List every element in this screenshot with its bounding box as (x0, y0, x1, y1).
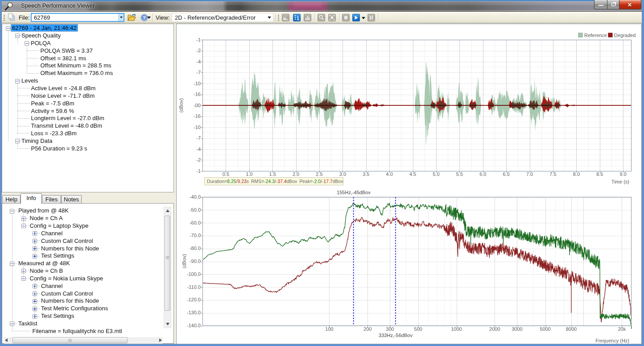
svg-text:500: 500 (414, 326, 422, 332)
svg-text:333Hz,-56dBov: 333Hz,-56dBov (379, 333, 413, 338)
svg-text:-100.0: -100.0 (187, 271, 201, 277)
svg-text:-40.0: -40.0 (190, 194, 201, 200)
svg-text:-80.0: -80.0 (190, 246, 201, 251)
svg-text:(dBov): (dBov) (182, 254, 187, 268)
svg-text:-50.0: -50.0 (190, 207, 201, 213)
svg-text:Frequency (Hz): Frequency (Hz) (595, 338, 629, 343)
svg-text:-90.0: -90.0 (190, 258, 201, 264)
svg-text:-70.0: -70.0 (190, 233, 201, 238)
svg-text:5000: 5000 (540, 326, 550, 332)
svg-text:-140.0: -140.0 (187, 323, 201, 328)
svg-text:-60.0: -60.0 (190, 220, 201, 225)
svg-text:155Hz,-45dBov: 155Hz,-45dBov (337, 190, 371, 195)
svg-text:1000: 1000 (451, 326, 462, 332)
svg-text:-120.0: -120.0 (187, 297, 201, 302)
svg-text:-130.0: -130.0 (187, 310, 201, 315)
svg-text:1: 1 (297, 16, 299, 21)
svg-text:?: ? (143, 15, 146, 21)
svg-text:-110.0: -110.0 (187, 284, 201, 290)
svg-text:8000: 8000 (566, 326, 577, 332)
